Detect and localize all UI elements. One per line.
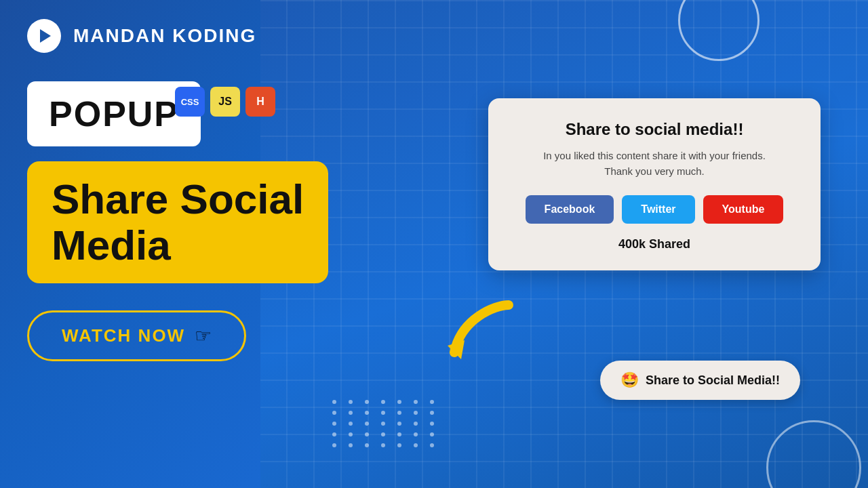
arrow-decoration xyxy=(441,291,522,375)
cursor-icon: ☞ xyxy=(195,325,212,347)
youtube-button[interactable]: Youtube xyxy=(703,195,784,224)
popup-desc-line2: Thank you very much. xyxy=(604,165,705,177)
play-icon xyxy=(27,19,61,53)
popup-card: Share to social media!! In you liked thi… xyxy=(488,98,821,270)
left-section: POPUP CSS JS H Share Social Media WATCH … xyxy=(27,81,328,361)
twitter-button[interactable]: Twitter xyxy=(622,195,694,224)
small-popup-emoji: 🤩 xyxy=(620,371,639,389)
js-icon: JS xyxy=(210,87,240,117)
shared-count: 400k Shared xyxy=(513,237,796,251)
tech-icons: CSS JS H xyxy=(175,87,275,117)
small-popup-button[interactable]: 🤩 Share to Social Media!! xyxy=(600,361,800,400)
dot-grid xyxy=(332,400,439,447)
play-triangle xyxy=(40,29,51,43)
header: MANDAN KODING xyxy=(0,0,868,72)
popup-desc-line1: In you liked this content share it with … xyxy=(543,150,766,161)
popup-label: POPUP xyxy=(49,94,179,134)
share-social-line1: Share Social xyxy=(52,176,304,222)
small-popup-text: Share to Social Media!! xyxy=(646,373,780,388)
watch-now-button[interactable]: WATCH NOW ☞ xyxy=(27,310,246,361)
share-buttons: Facebook Twitter Youtube xyxy=(513,195,796,224)
share-social-line2: Media xyxy=(52,222,304,268)
html-icon: H xyxy=(245,87,275,117)
brand-name: MANDAN KODING xyxy=(73,25,256,47)
share-social-box: Share Social Media xyxy=(27,161,328,283)
main-content: MANDAN KODING POPUP CSS JS H Share Socia… xyxy=(0,0,868,488)
css-icon: CSS xyxy=(175,87,205,117)
facebook-button[interactable]: Facebook xyxy=(526,195,614,224)
watch-now-text: WATCH NOW xyxy=(62,325,185,346)
popup-card-title: Share to social media!! xyxy=(513,120,796,139)
popup-card-description: In you liked this content share it with … xyxy=(513,148,796,179)
